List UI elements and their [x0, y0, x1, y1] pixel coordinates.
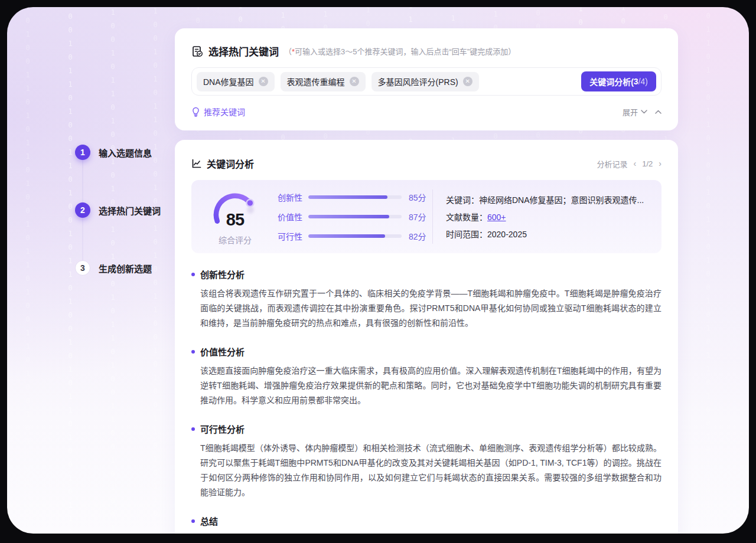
step-2-label: 选择热门关键词 [99, 204, 161, 217]
feasibility-score: 82分 [409, 230, 426, 242]
analysis-meta: 关键词：神经网络DNA修复基因；意图识别表观遗传... 文献数量：600+ 时间… [433, 180, 662, 253]
remove-tag-icon[interactable]: ✕ [463, 77, 472, 86]
section-title: 可行性分析 [200, 423, 245, 435]
panel-title: 选择热门关键词 [208, 44, 279, 58]
section-feasibility: 可行性分析 T细胞耗竭模型（体外诱导、体内肿瘤模型）和相关检测技术（流式细胞术、… [191, 423, 662, 500]
keyword-analysis-panel: 关键词分析 分析记录 ‹ 1/2 › [175, 140, 678, 534]
keyword-tag-label: 多基因风险评分(PRS) [378, 76, 458, 87]
recommend-keywords-link[interactable]: 推荐关键词 [191, 106, 245, 117]
pager-prev-icon[interactable]: ‹ [634, 159, 637, 168]
keyword-analyze-button[interactable]: 关键词分析(3/4) [581, 71, 656, 91]
keyword-tag: DNA修复基因 ✕ [197, 72, 275, 91]
line-chart-icon [191, 158, 202, 169]
metric-row-feasibility: 可行性 82分 [278, 230, 426, 242]
recommend-keywords-label: 推荐关键词 [204, 106, 245, 117]
section-value: 价值性分析 该选题直接面向肿瘤免疫治疗这一重大临床需求，具有极高的应用价值。深入… [191, 345, 662, 408]
doc-count-link[interactable]: 600+ [487, 212, 506, 222]
step-3-label: 生成创新选题 [99, 262, 152, 274]
bullet-dot [191, 519, 195, 523]
keyword-tag: 多基因风险评分(PRS) ✕ [372, 72, 479, 91]
overall-score-value: 85 [207, 210, 263, 230]
section-body: T细胞耗竭模型（体外诱导、体内肿瘤模型）和相关检测技术（流式细胞术、单细胞测序、… [200, 441, 662, 500]
remove-tag-icon[interactable]: ✕ [259, 77, 268, 86]
step-1-badge: 1 [75, 145, 90, 160]
section-innovation: 创新性分析 该组合将表观遗传互作研究置于一个具体的、临床相关的免疫学背景——T细… [191, 268, 662, 331]
section-body: 该选题直接面向肿瘤免疫治疗这一重大临床需求，具有极高的应用价值。深入理解表观遗传… [200, 364, 662, 408]
document-check-icon [191, 45, 203, 57]
lightbulb-icon [191, 107, 200, 117]
expand-toggle[interactable]: 展开 [623, 106, 647, 117]
innovation-score: 85分 [409, 191, 426, 203]
step-item-1: 1 输入选题信息 [75, 145, 161, 160]
overall-score-label: 综合评分 [219, 234, 252, 246]
metric-row-innovation: 创新性 85分 [278, 191, 426, 203]
remove-tag-icon[interactable]: ✕ [350, 77, 359, 86]
meta-doc-count: 文献数量：600+ [446, 211, 662, 223]
section-body: 该关键词组合代表了一个具有重要科学意义和潜在临床价值的研究方向，创新性较高，技术… [200, 533, 662, 534]
keyword-tag-label: DNA修复基因 [203, 76, 254, 87]
bullet-dot [191, 427, 195, 431]
bullet-dot [191, 350, 195, 354]
step-3-badge: 3 [75, 260, 90, 276]
keyword-tag-label: 表观遗传重编程 [287, 76, 345, 87]
chevron-down-icon [641, 110, 647, 114]
value-score: 87分 [409, 211, 426, 223]
panel-hint: （*可输入或选择3～5个推荐关键词，输入后点击“回车”键完成添加） [284, 45, 516, 57]
metric-row-value: 价值性 87分 [278, 211, 426, 223]
section-title: 创新性分析 [200, 268, 245, 280]
binary-column: 0101001101011010010110100110100101101001… [24, 7, 32, 534]
binary-column: 0101101001101001011010010101101001011010… [704, 7, 712, 534]
meta-time-range: 时间范围：2020-2025 [446, 228, 662, 240]
feasibility-bar [308, 234, 402, 238]
keyword-input[interactable]: DNA修复基因 ✕ 表观遗传重编程 ✕ 多基因风险评分(PRS) ✕ 关键词分析… [191, 67, 662, 96]
keyword-tag: 表观遗传重编程 ✕ [281, 72, 366, 91]
meta-keywords: 关键词：神经网络DNA修复基因；意图识别表观遗传... [446, 194, 662, 205]
keyword-selection-panel: 选择热门关键词 （*可输入或选择3～5个推荐关键词，输入后点击“回车”键完成添加… [175, 28, 678, 130]
bullet-dot [191, 273, 195, 276]
score-summary-card: 85 综合评分 创新性 85分 价值性 87分 [191, 180, 662, 253]
section-body: 该组合将表观遗传互作研究置于一个具体的、临床相关的免疫学背景——T细胞耗竭和肿瘤… [200, 286, 662, 331]
section-summary: 总结 该关键词组合代表了一个具有重要科学意义和潜在临床价值的研究方向，创新性较高… [191, 515, 662, 534]
collapse-panel-icon[interactable] [655, 110, 662, 114]
pager-next-icon[interactable]: › [659, 159, 662, 168]
metric-bars: 创新性 85分 价值性 87分 可行性 82分 [278, 180, 426, 253]
step-item-3: 3 生成创新选题 [75, 260, 161, 276]
step-wizard: 1 输入选题信息 2 选择热门关键词 3 生成创新选题 [75, 145, 161, 318]
overall-score-gauge: 85 综合评分 [204, 180, 266, 253]
section-title: 总结 [200, 515, 218, 527]
innovation-bar [308, 195, 402, 199]
step-1-label: 输入选题信息 [99, 146, 152, 159]
step-item-2: 2 选择热门关键词 [75, 202, 161, 218]
panel-title: 关键词分析 [207, 156, 254, 171]
app-window: 0101001101011010010110100110100101101001… [7, 7, 749, 534]
pager-indicator: 1/2 [642, 159, 653, 168]
binary-column: 1101001011010011010010110100101011010010… [66, 7, 74, 534]
history-label: 分析记录 [597, 158, 628, 169]
value-bar [308, 215, 402, 218]
step-2-badge: 2 [75, 202, 90, 218]
section-title: 价值性分析 [200, 345, 245, 358]
